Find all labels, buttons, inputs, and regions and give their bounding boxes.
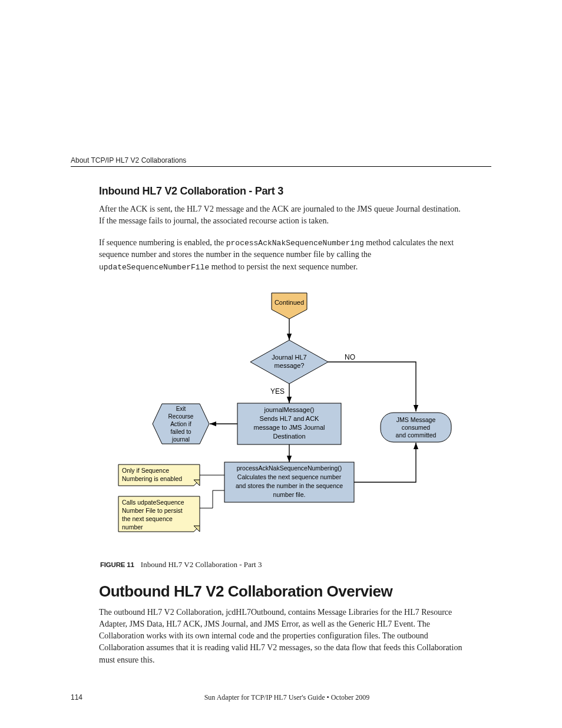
- header-rule: [71, 166, 491, 167]
- text-fragment: If sequence numbering is enabled, the: [99, 238, 226, 247]
- journal-l1: journalMessage(): [264, 406, 315, 413]
- seq-l3: and stores the number in the sequence: [236, 482, 343, 489]
- seq-l1: processAckNakSequenceNumbering(): [237, 465, 342, 472]
- seq-l2: Calculates the next sequence number: [237, 473, 342, 480]
- note2-l3: the next sequence: [122, 515, 173, 522]
- code-processAckNak: processAckNakSequenceNumbering: [226, 239, 364, 248]
- note1-l1: Only if Sequence: [122, 467, 169, 474]
- node-decision-journal: Journal HL7 message?: [250, 340, 328, 384]
- hex-l1: Exit: [176, 406, 186, 412]
- main-content: Inbound HL7 V2 Collaboration - Part 3 Af…: [99, 185, 468, 676]
- note2-l2: Number File to persist: [122, 507, 183, 514]
- code-updateSequenceNumberFile: updateSequenceNumberFile: [99, 263, 209, 272]
- page-footer: 114 Sun Adapter for TCP/IP HL7 User's Gu…: [71, 693, 491, 702]
- note-calls-update: Calls udpateSequence Number File to pers…: [118, 496, 200, 532]
- term-l1: JMS Message: [396, 416, 436, 423]
- node-terminator: JMS Message consumed and committed: [381, 413, 451, 442]
- hex-l2: Recourse: [168, 413, 194, 420]
- node-exit-recourse: Exit Recourse Action if failed to journa…: [153, 404, 209, 444]
- flowchart-svg: Continued Journal HL7 message? NO YES: [107, 290, 460, 555]
- hex-l3: Action if: [170, 421, 191, 427]
- note1-l2: Numbering is enabled: [122, 475, 182, 482]
- page-document: About TCP/IP HL7 V2 Collaborations Inbou…: [0, 0, 562, 728]
- journal-l3: message to JMS Journal: [253, 424, 325, 431]
- note-only-if-sequence: Only if Sequence Numbering is enabled: [118, 465, 200, 486]
- section-title-outbound: Outbound HL7 V2 Collaboration Overview: [99, 582, 468, 601]
- term-l3: and committed: [396, 431, 437, 439]
- footer-text: Sun Adapter for TCP/IP HL7 User's Guide …: [71, 693, 491, 702]
- paragraph-outbound-overview: The outbound HL7 V2 Collaboration, jcdHL…: [99, 607, 468, 666]
- node-process-sequence: processAckNakSequenceNumbering() Calcula…: [224, 462, 354, 502]
- text-fragment: method to persist the next sequence numb…: [209, 262, 358, 271]
- node-continued: Continued: [272, 293, 307, 319]
- running-header: About TCP/IP HL7 V2 Collaborations: [71, 156, 491, 164]
- paragraph-sequence: If sequence numbering is enabled, the pr…: [99, 237, 468, 274]
- journal-l4: Destination: [273, 433, 305, 440]
- figure-label: FIGURE 11: [100, 561, 134, 568]
- figure-flowchart: Continued Journal HL7 message? NO YES: [99, 290, 468, 569]
- node-journal-message: journalMessage() Sends HL7 and ACK messa…: [237, 403, 341, 444]
- seq-l4: number file.: [273, 491, 306, 498]
- decision-line1: Journal HL7: [272, 354, 306, 361]
- page-number: 114: [71, 693, 82, 701]
- note2-l1: Calls udpateSequence: [122, 499, 184, 506]
- hex-l4: failed to: [170, 429, 191, 435]
- decision-line2: message?: [275, 362, 305, 369]
- figure-caption: FIGURE 11 Inbound HL7 V2 Collaboration -…: [99, 560, 468, 569]
- label-continued: Continued: [275, 299, 304, 306]
- note2-l4: number: [122, 523, 143, 531]
- hex-l5: journal: [171, 436, 190, 443]
- connector-note2: [200, 490, 224, 508]
- arrow-seq-to-term: [354, 443, 416, 482]
- paragraph-ack-journal: After the ACK is sent, the HL7 V2 messag…: [99, 203, 468, 228]
- journal-l2: Sends HL7 and ACK: [260, 415, 320, 422]
- figure-caption-text: Inbound HL7 V2 Collaboration - Part 3: [141, 560, 262, 569]
- section-title-inbound: Inbound HL7 V2 Collaboration - Part 3: [99, 185, 468, 197]
- label-no: NO: [345, 353, 355, 361]
- label-yes: YES: [270, 387, 285, 396]
- term-l2: consumed: [402, 424, 431, 431]
